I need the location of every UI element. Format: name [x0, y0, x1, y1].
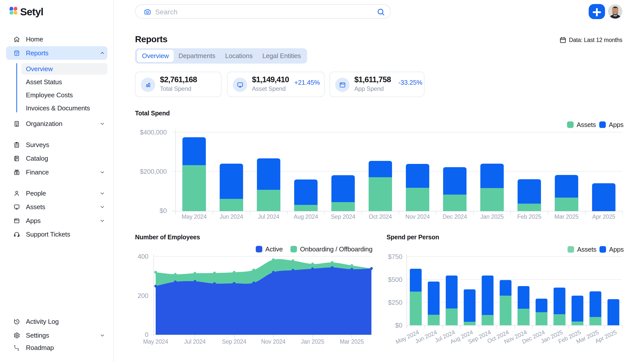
svg-text:Jan 2025: Jan 2025 — [480, 213, 504, 220]
svg-text:$250: $250 — [388, 299, 402, 306]
svg-text:$750: $750 — [388, 253, 402, 260]
svg-text:Sep 2024: Sep 2024 — [222, 338, 246, 345]
svg-text:$0: $0 — [159, 207, 167, 214]
svg-text:Sep 2024: Sep 2024 — [331, 213, 355, 220]
svg-text:Onboarding / Offboarding: Onboarding / Offboarding — [300, 245, 372, 253]
svg-text:Assets: Assets — [577, 246, 596, 253]
svg-text:Nov 2024: Nov 2024 — [405, 213, 430, 220]
svg-text:200: 200 — [138, 292, 148, 299]
svg-text:Nov 2024: Nov 2024 — [261, 338, 286, 345]
svg-text:May 2024: May 2024 — [143, 338, 168, 345]
svg-text:Oct 2024: Oct 2024 — [369, 213, 392, 220]
svg-text:Apps: Apps — [609, 121, 624, 128]
svg-text:400: 400 — [138, 253, 148, 260]
svg-text:Jul 2024: Jul 2024 — [184, 338, 206, 345]
svg-text:Apr 2025: Apr 2025 — [592, 213, 615, 220]
svg-text:Jan 2025: Jan 2025 — [301, 338, 324, 345]
svg-text:$500: $500 — [388, 276, 402, 283]
svg-text:Feb 2025: Feb 2025 — [517, 213, 541, 220]
svg-text:Assets: Assets — [577, 121, 596, 128]
svg-text:$0: $0 — [395, 322, 402, 329]
svg-text:Apps: Apps — [609, 246, 624, 253]
svg-text:Mar 2025: Mar 2025 — [340, 338, 364, 345]
svg-text:Jun 2024: Jun 2024 — [220, 213, 243, 220]
svg-text:Mar 2025: Mar 2025 — [554, 213, 579, 220]
svg-text:Jul 2024: Jul 2024 — [258, 213, 280, 220]
svg-text:$200,000: $200,000 — [140, 168, 167, 175]
svg-text:Dec 2024: Dec 2024 — [443, 213, 467, 220]
svg-text:Active: Active — [265, 245, 283, 253]
svg-text:$400,000: $400,000 — [140, 128, 167, 136]
svg-text:Aug 2024: Aug 2024 — [294, 213, 318, 220]
svg-text:0: 0 — [145, 331, 148, 338]
svg-text:May 2024: May 2024 — [182, 213, 207, 220]
